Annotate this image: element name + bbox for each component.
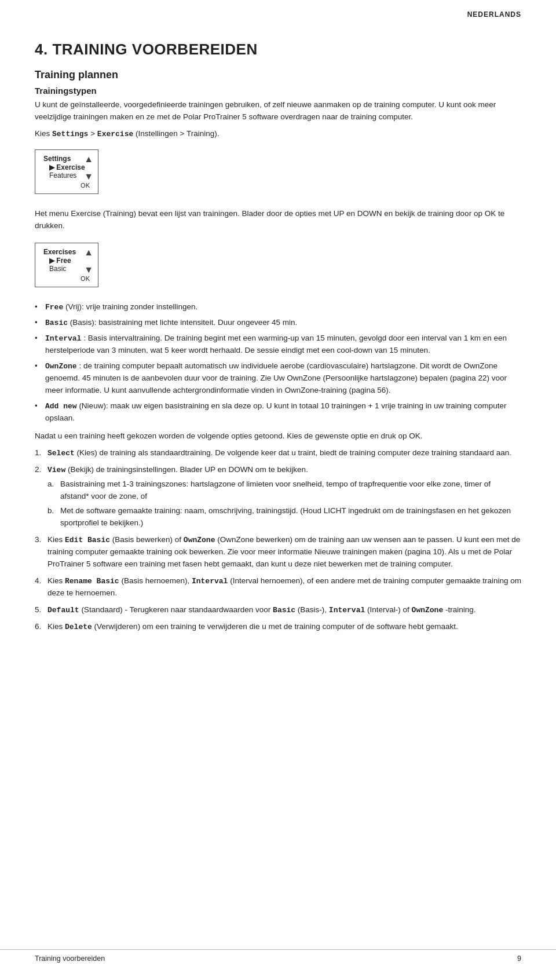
bullet-free-term: Free — [45, 303, 63, 312]
bullet-free: Free (Vrij): vrije training zonder inste… — [35, 301, 521, 313]
intro-paragraph: U kunt de geïnstalleerde, voorgedefiniee… — [35, 99, 521, 123]
num-5: 5. — [35, 604, 41, 616]
sub-list-2: a. Basistraining met 1-3 trainingszones:… — [47, 478, 521, 529]
menu2-item-basic: Basic — [43, 265, 90, 273]
item4-mid1: (Basis hernoemen), — [121, 576, 192, 585]
num-1: 1. — [35, 447, 41, 459]
language-label: NEDERLANDS — [467, 10, 521, 19]
item6-pre: Kies — [47, 622, 65, 631]
item6-desc: (Verwijderen) om een training te verwijd… — [94, 622, 458, 631]
scroll-up-arrow-1: ▲ — [84, 155, 93, 164]
item5-ownzone: OwnZone — [412, 606, 444, 615]
item5-mid1: (Standaard) - Terugkeren naar standaardw… — [81, 605, 273, 614]
numbered-item-3: 3. Kies Edit Basic (Basis bewerken) of O… — [35, 534, 521, 571]
num-2: 2. — [35, 464, 41, 476]
bullet-basic: Basic (Basis): basistraining met lichte … — [35, 317, 521, 329]
sub-item-a: a. Basistraining met 1-3 trainingszones:… — [47, 478, 521, 503]
item5-suffix: -training. — [445, 605, 476, 614]
menu-box-1: ▲ Settings ▶ Exercise Features ▼ OK — [35, 149, 98, 194]
after-menu1-text: Het menu Exercise (Training) bevat een l… — [35, 208, 521, 232]
scroll-down-arrow-1: ▼ — [84, 171, 93, 182]
item1-desc: (Kies) de training als standaardtraining… — [77, 448, 511, 457]
menu2-label: Exercises — [43, 248, 90, 256]
numbered-item-5: 5. Default (Standaard) - Terugkeren naar… — [35, 604, 521, 616]
menu1-label: Settings — [43, 155, 90, 163]
num-3: 3. — [35, 534, 41, 546]
item3-pre: Kies — [47, 535, 65, 544]
menu1-item-exercise: ▶ Exercise — [43, 163, 90, 171]
sub-letter-a: a. — [47, 478, 54, 491]
bullet-addnew: Add new (Nieuw): maak uw eigen basistrai… — [35, 400, 521, 425]
numbered-item-1: 1. Select (Kies) de training als standaa… — [35, 447, 521, 459]
item3-ownzone: OwnZone — [184, 536, 215, 544]
item3-mid1: (Basis bewerken) of — [112, 535, 184, 544]
item2-desc: (Bekijk) de trainingsinstellingen. Blade… — [68, 465, 308, 474]
kies-instruction-1: Kies Settings > Exercise (Instellingen >… — [35, 128, 521, 140]
bullet-addnew-desc: (Nieuw): maak uw eigen basistraining en … — [45, 401, 506, 422]
sub-b-text: Met de software gemaakte training: naam,… — [60, 506, 511, 527]
scroll-down-arrow-2: ▼ — [84, 265, 93, 275]
page-footer: Training voorbereiden 9 — [0, 949, 556, 963]
bullet-addnew-term: Add new — [45, 402, 77, 411]
subsection-heading: Trainingstypen — [35, 86, 521, 96]
options-numbered-list: 1. Select (Kies) de training als standaa… — [35, 447, 521, 633]
bullet-basic-term: Basic — [45, 319, 68, 327]
menu2-item-free: ▶ Free — [43, 257, 90, 265]
sub-letter-b: b. — [47, 505, 54, 517]
menu1-item-features: Features — [43, 171, 90, 180]
item5-default: Default — [47, 606, 79, 615]
numbered-item-4: 4. Kies Rename Basic (Basis hernoemen), … — [35, 575, 521, 599]
item4-interval: Interval — [192, 577, 228, 586]
item5-interval: Interval — [329, 606, 365, 615]
footer-left-text: Training voorbereiden — [35, 955, 105, 963]
item3-editbasic: Edit Basic — [65, 536, 110, 544]
menu2-ok: OK — [43, 275, 90, 282]
item2-view: View — [47, 466, 65, 474]
sub-item-b: b. Met de software gemaakte training: na… — [47, 505, 521, 529]
section-heading: Training plannen — [35, 69, 521, 81]
footer-page-number: 9 — [517, 955, 521, 963]
after-bullets-text: Nadat u een training heeft gekozen worde… — [35, 430, 521, 443]
bullet-interval: Interval : Basis intervaltraining. De tr… — [35, 332, 521, 357]
bullet-ownzone-term: OwnZone — [45, 362, 77, 371]
page-title: 4. TRAINING VOORBEREIDEN — [35, 41, 521, 58]
item6-delete: Delete — [65, 623, 92, 631]
item4-pre: Kies — [47, 576, 65, 585]
item1-select: Select — [47, 449, 75, 458]
menu1-ok: OK — [43, 182, 90, 189]
bullet-interval-desc: : Basis intervaltraining. De training be… — [45, 334, 507, 354]
menu-box-2: ▲ Exercises ▶ Free Basic ▼ OK — [35, 243, 98, 287]
bullet-ownzone: OwnZone : de training computer bepaalt a… — [35, 360, 521, 397]
scroll-up-arrow-2: ▲ — [84, 248, 93, 257]
bullet-basic-desc: (Basis): basistraining met lichte intens… — [70, 318, 297, 327]
sub-a-text: Basistraining met 1-3 trainingszones: ha… — [60, 480, 491, 500]
numbered-item-6: 6. Kies Delete (Verwijderen) om een trai… — [35, 621, 521, 633]
bullet-free-desc: (Vrij): vrije training zonder instelling… — [65, 302, 197, 311]
feature-bullet-list: Free (Vrij): vrije training zonder inste… — [35, 301, 521, 425]
numbered-item-2: 2. View (Bekijk) de trainingsinstellinge… — [35, 464, 521, 529]
item5-mid2: (Basis-), — [298, 605, 329, 614]
bullet-ownzone-desc: : de training computer bepaalt automatis… — [45, 361, 507, 394]
num-4: 4. — [35, 575, 41, 587]
item5-basic: Basic — [273, 606, 295, 615]
item4-renamebasic: Rename Basic — [65, 577, 119, 586]
item5-mid3: (Interval-) of — [367, 605, 412, 614]
bullet-interval-term: Interval — [45, 334, 81, 343]
num-6: 6. — [35, 621, 41, 633]
